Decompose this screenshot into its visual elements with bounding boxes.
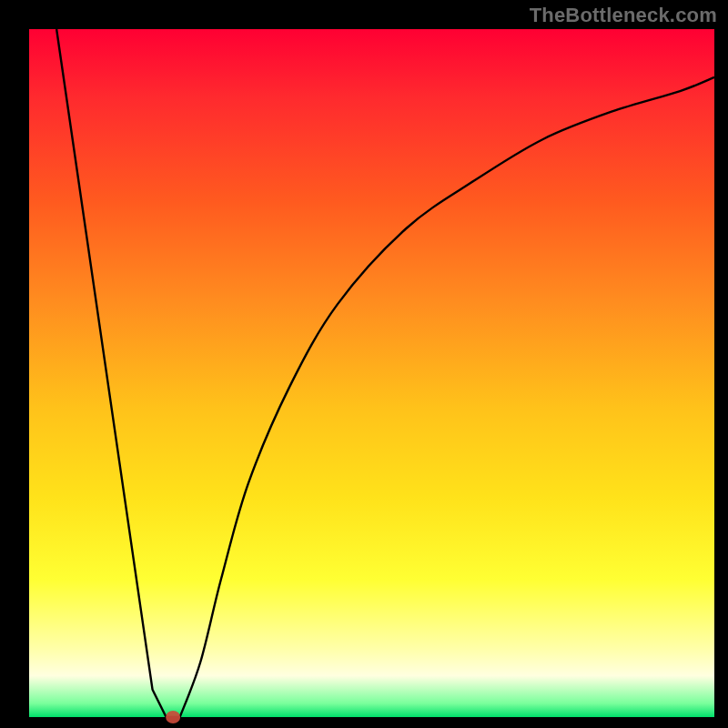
watermark-text: TheBottleneck.com <box>530 4 717 27</box>
marker-layer <box>166 711 180 723</box>
chart-svg <box>0 0 728 728</box>
bottleneck-curve <box>56 29 714 717</box>
chart-frame: TheBottleneck.com <box>0 0 728 728</box>
curve-layer <box>56 29 714 717</box>
min-marker <box>166 711 180 723</box>
